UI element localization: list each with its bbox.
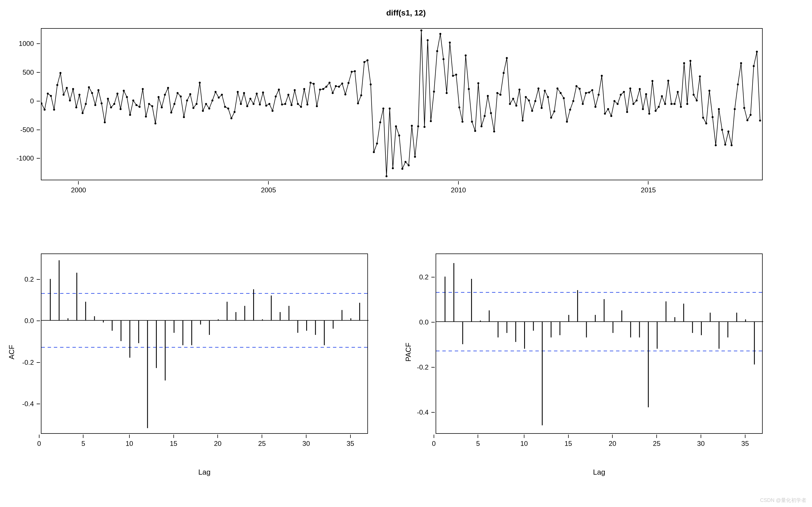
svg-point-144: [496, 92, 498, 94]
y-tick-label: 1000: [14, 40, 34, 48]
svg-point-155: [531, 110, 533, 112]
y-tick-label: 500: [14, 68, 34, 76]
bar-svg: [42, 254, 368, 434]
svg-point-43: [176, 92, 179, 94]
svg-point-150: [515, 105, 517, 107]
svg-point-132: [458, 107, 460, 108]
svg-point-20: [104, 121, 106, 123]
svg-point-73: [271, 110, 273, 112]
svg-point-172: [585, 92, 587, 94]
svg-point-10: [72, 88, 74, 90]
svg-point-61: [234, 111, 236, 113]
svg-point-215: [721, 129, 723, 131]
svg-point-204: [686, 103, 688, 105]
svg-point-102: [363, 61, 365, 63]
y-tick-label: 0.0: [14, 317, 34, 325]
x-axis: 05101520253035: [42, 435, 367, 446]
svg-point-149: [512, 98, 514, 100]
svg-point-217: [727, 130, 729, 132]
svg-point-99: [354, 70, 356, 72]
svg-point-220: [737, 83, 739, 86]
x-tick-label: 2000: [71, 186, 86, 194]
svg-point-48: [192, 107, 194, 109]
svg-point-91: [328, 82, 331, 83]
svg-point-53: [208, 108, 210, 110]
svg-point-37: [158, 96, 160, 98]
svg-point-195: [658, 106, 660, 108]
bar-svg: [436, 254, 763, 434]
x-axis: 2000200520102015: [42, 181, 762, 192]
svg-point-166: [566, 121, 568, 123]
svg-point-174: [591, 89, 593, 91]
svg-point-184: [623, 91, 625, 93]
svg-point-121: [423, 126, 425, 128]
svg-point-100: [357, 102, 359, 104]
svg-point-77: [284, 103, 286, 105]
svg-point-180: [610, 115, 612, 117]
svg-point-88: [319, 89, 321, 91]
svg-point-49: [196, 103, 198, 105]
svg-point-196: [661, 95, 663, 97]
svg-point-112: [395, 125, 397, 127]
x-tick-label: 30: [303, 440, 310, 448]
x-tick-label: 2010: [451, 186, 466, 194]
svg-point-185: [626, 111, 628, 113]
svg-point-216: [724, 144, 726, 146]
svg-point-131: [455, 74, 457, 76]
svg-point-40: [167, 87, 169, 89]
svg-point-101: [360, 94, 362, 96]
svg-point-79: [290, 104, 292, 106]
x-tick-label: 10: [520, 440, 528, 448]
svg-point-151: [518, 89, 520, 91]
acf-chart: -0.4-0.20.00.2 05101520253035 ACF Lag: [41, 253, 368, 451]
svg-point-12: [79, 94, 80, 96]
svg-point-87: [316, 105, 318, 107]
x-tick-label: 25: [653, 440, 661, 448]
svg-point-92: [332, 92, 334, 94]
svg-point-176: [598, 94, 600, 96]
svg-point-14: [85, 103, 87, 105]
svg-point-13: [82, 112, 84, 114]
x-axis: 05101520253035: [436, 435, 762, 446]
svg-point-27: [126, 96, 128, 98]
svg-point-209: [702, 117, 704, 119]
y-axis-label: ACF: [7, 345, 16, 359]
x-tick-label: 20: [214, 440, 221, 448]
svg-point-70: [262, 92, 264, 94]
y-tick-label: 0.2: [14, 276, 34, 283]
svg-point-81: [297, 103, 299, 105]
svg-point-201: [677, 91, 679, 93]
svg-point-128: [446, 92, 448, 94]
svg-point-162: [553, 110, 555, 112]
svg-point-182: [617, 103, 619, 105]
svg-point-58: [224, 106, 226, 108]
svg-point-147: [506, 57, 508, 59]
svg-point-90: [325, 86, 327, 88]
svg-point-36: [154, 122, 156, 124]
svg-point-206: [693, 94, 695, 96]
x-tick-label: 25: [258, 440, 266, 448]
svg-point-15: [88, 86, 90, 88]
svg-point-113: [398, 135, 400, 136]
svg-point-44: [180, 96, 182, 98]
svg-point-84: [306, 103, 308, 105]
svg-point-46: [186, 100, 188, 101]
svg-point-207: [696, 100, 698, 101]
svg-point-157: [538, 87, 539, 89]
svg-point-137: [474, 130, 476, 132]
svg-point-5: [56, 84, 58, 86]
svg-point-39: [164, 94, 166, 96]
svg-point-34: [148, 103, 150, 105]
svg-point-125: [436, 50, 438, 52]
svg-point-25: [119, 108, 121, 110]
svg-point-192: [648, 113, 650, 115]
x-tick-label: 5: [476, 440, 480, 448]
svg-point-191: [645, 93, 647, 95]
svg-point-89: [322, 88, 324, 90]
svg-point-17: [94, 104, 96, 106]
svg-point-198: [667, 80, 669, 82]
svg-point-31: [139, 106, 141, 108]
svg-point-95: [341, 82, 343, 84]
x-axis-label: Lag: [593, 468, 605, 476]
svg-point-83: [303, 88, 305, 90]
